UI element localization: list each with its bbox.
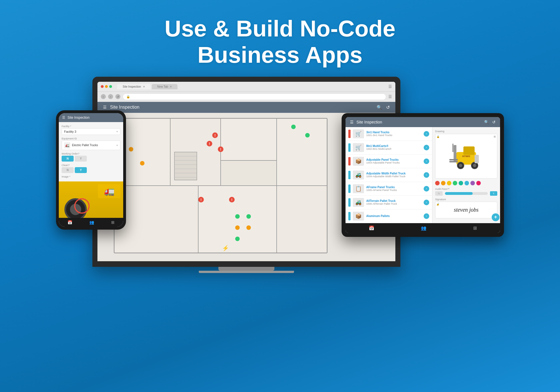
svg-rect-8: [277, 186, 327, 253]
nav-forward[interactable]: ›: [108, 94, 113, 99]
audit-label: Audit Pass?*: [435, 188, 497, 190]
item-name: AFrame Panel Trucks: [366, 186, 421, 189]
color-dot-teal[interactable]: [459, 181, 463, 185]
list-item[interactable]: 🚜 Adjustable Width Pallet Truck 1004-Adj…: [346, 168, 432, 182]
clean-n-button[interactable]: N: [62, 167, 74, 173]
phone-hamburger-icon[interactable]: ☰: [62, 116, 65, 120]
list-item[interactable]: 🚜 AllTerrain Pallet Truck 1006-AllTerrai…: [346, 196, 432, 209]
list-item[interactable]: 🛒 3in1 Hand Trucks 1001-3in1 Hand Trucks…: [346, 127, 432, 141]
equipment-field[interactable]: 🚛 Electric Pallet Trucks ▾: [62, 141, 120, 150]
audit-fill: [445, 192, 473, 195]
search-icon[interactable]: 🔍: [377, 105, 382, 110]
list-item[interactable]: 📋 AFrame Panel Trucks 1005-AFrame Panel …: [346, 182, 432, 196]
item-arrow[interactable]: ›: [424, 172, 429, 178]
item-thumb: 📋: [353, 184, 364, 193]
svg-point-22: [129, 147, 133, 151]
color-dot-purple[interactable]: [470, 181, 475, 185]
hamburger-icon[interactable]: ☰: [103, 105, 107, 109]
tablet-nav-grid[interactable]: ⊞: [473, 225, 477, 231]
phone-nav-grid[interactable]: ⊞: [111, 220, 115, 225]
color-dot-pink[interactable]: [476, 181, 481, 185]
browser-nav: ‹ › ↺ 🔒 ☰: [97, 92, 395, 102]
list-item[interactable]: 📦 Adjustable Panel Trucks 1003-Adjustabl…: [346, 155, 432, 168]
tablet-search-icon[interactable]: 🔍: [484, 120, 489, 124]
phone-nav-calendar[interactable]: 📅: [67, 220, 72, 225]
hero-line1: Use & Build No-Code: [165, 16, 396, 41]
laptop-foot: [199, 271, 294, 273]
browser-tab-1[interactable]: Site Inspection ✕: [117, 84, 151, 89]
nav-more[interactable]: ☰: [388, 94, 392, 99]
item-sub: 1003-Adjustable Panel Trucks: [366, 161, 421, 164]
dropdown-arrow: ▾: [116, 130, 118, 133]
hero-section: Use & Build No-Code Business Apps: [0, 0, 560, 68]
svg-text:HYWO: HYWO: [462, 155, 470, 158]
item-name: Adjustable Width Pallet Truck: [366, 172, 421, 175]
item-arrow[interactable]: ›: [424, 186, 429, 192]
tablet-hamburger-icon[interactable]: ☰: [350, 120, 354, 124]
sig-label: Signature: [435, 198, 497, 201]
audit-n-button[interactable]: N: [435, 191, 443, 196]
color-dot-red[interactable]: [435, 181, 440, 185]
item-arrow[interactable]: ›: [424, 200, 429, 205]
item-arrow[interactable]: ›: [424, 158, 429, 164]
equipment-value: Electric Pallet Trucks: [72, 144, 98, 147]
facility-value: Facility 3: [64, 130, 76, 133]
svg-rect-41: [449, 161, 458, 162]
item-arrow[interactable]: ›: [424, 145, 429, 150]
color-dot-yellow[interactable]: [447, 181, 451, 185]
phone-screen: ☰ Site Inspection Facility * Facility 3 …: [59, 113, 123, 227]
svg-rect-4: [221, 160, 277, 186]
browser-tabs: Site Inspection ✕ New Tab ✕: [117, 84, 178, 89]
item-info: 8In1 MultiCarts® 1002-8In1 MultiCarts®: [366, 144, 421, 150]
fab-button[interactable]: +: [492, 213, 500, 221]
audit-progress-bar: [445, 192, 488, 195]
phone-outer: ☰ Site Inspection Facility * Facility 3 …: [56, 110, 126, 230]
svg-point-25: [305, 133, 310, 137]
tablet-nav-people[interactable]: 👥: [421, 225, 426, 231]
audit-y-button[interactable]: Y: [490, 191, 497, 196]
item-info: Aluminum Pallets: [366, 214, 421, 218]
equipment-label: Equipment ID: [62, 137, 120, 140]
browser-tab-2[interactable]: New Tab ✕: [152, 84, 178, 89]
signature-area[interactable]: 🔒 steven jobs: [435, 202, 497, 218]
phone-device: ☰ Site Inspection Facility * Facility 3 …: [56, 110, 126, 230]
list-item[interactable]: 📦 Aluminum Pallets ›: [346, 209, 432, 223]
tab-close-1[interactable]: ✕: [143, 85, 145, 88]
item-thumb: 📦: [353, 157, 364, 166]
nav-back[interactable]: ‹: [101, 94, 106, 99]
refresh-icon[interactable]: ↺: [386, 105, 390, 110]
tab-close-2[interactable]: ✕: [170, 85, 172, 88]
item-thumb: 📦: [353, 212, 364, 221]
url-bar[interactable]: 🔒: [123, 94, 386, 100]
equipment-icon: 🚛: [64, 142, 70, 148]
color-dot-blue[interactable]: [465, 181, 469, 185]
svg-point-43: [459, 164, 462, 167]
working-y-button[interactable]: Y: [75, 156, 87, 162]
item-color-bar: [348, 157, 351, 165]
tablet-nav-calendar[interactable]: 📅: [369, 225, 374, 231]
drawing-expand-icon[interactable]: ⊞: [494, 135, 496, 138]
tablet-header-icons: 🔍 ↺: [484, 120, 496, 124]
item-info: Adjustable Width Pallet Truck 1004-Adjus…: [366, 172, 421, 178]
color-dot-orange[interactable]: [441, 181, 445, 185]
signature-text: steven jobs: [454, 207, 479, 213]
item-sub: 1006-AllTerrain Pallet Truck: [366, 202, 421, 205]
facility-field[interactable]: Facility 3 ▾: [62, 128, 120, 135]
list-item[interactable]: 🛒 8In1 MultiCarts® 1002-8In1 MultiCarts®…: [346, 141, 432, 155]
color-dot-green[interactable]: [453, 181, 457, 185]
clean-y-button[interactable]: Y: [75, 167, 87, 173]
svg-point-29: [246, 214, 251, 219]
facility-label: Facility *: [62, 125, 120, 128]
tablet-device: ☰ Site Inspection 🔍 ↺ 🛒: [342, 113, 504, 237]
working-order-label: Working Order?: [62, 152, 120, 155]
tablet-refresh-icon[interactable]: ↺: [492, 120, 496, 124]
item-thumb: 🛒: [353, 143, 364, 152]
nav-refresh[interactable]: ↺: [115, 94, 120, 99]
svg-rect-40: [449, 159, 458, 160]
item-color-bar: [348, 143, 351, 152]
working-n-button[interactable]: N: [62, 156, 74, 162]
phone-nav-people[interactable]: 👥: [89, 220, 94, 225]
item-arrow[interactable]: ›: [424, 213, 429, 219]
item-arrow[interactable]: ›: [424, 131, 429, 137]
browser-menu[interactable]: ☰: [388, 84, 392, 89]
